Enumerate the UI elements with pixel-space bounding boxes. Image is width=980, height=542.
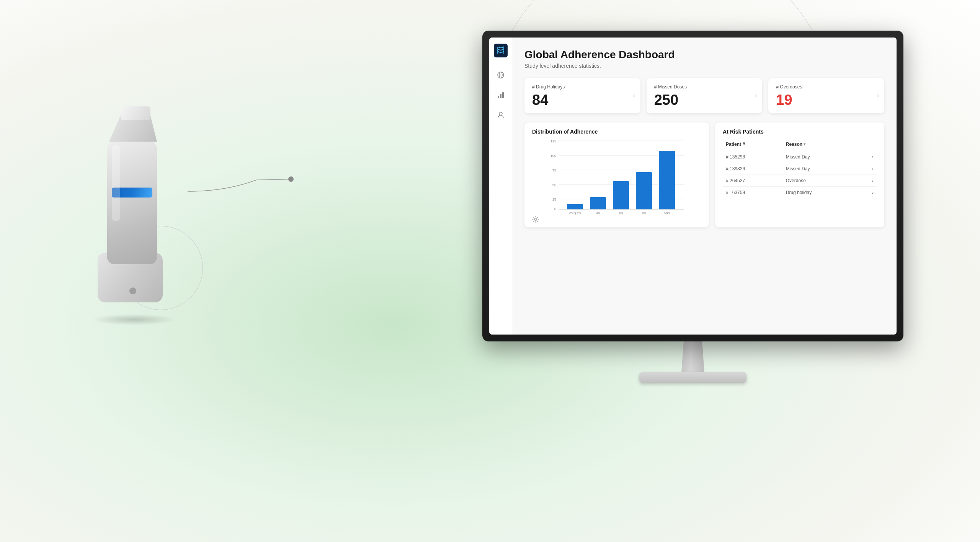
patient-id: # 264527 — [723, 175, 783, 186]
overdoses-value: 19 — [776, 93, 877, 107]
svg-rect-33 — [659, 151, 675, 209]
svg-rect-31 — [613, 181, 629, 209]
svg-rect-6 — [112, 145, 120, 221]
svg-rect-15 — [502, 92, 504, 98]
bar-chart: 125 100 75 50 25 0 — [532, 139, 701, 216]
drug-holidays-label: # Drug Holidays — [532, 84, 633, 90]
svg-rect-32 — [636, 172, 652, 209]
risk-table-row[interactable]: # 135298 Missed Day › — [723, 151, 877, 163]
patient-reason: Missed Day — [783, 163, 859, 175]
chart-title: Distribution of Adherence — [532, 129, 701, 135]
svg-rect-30 — [590, 197, 606, 209]
svg-rect-14 — [500, 94, 501, 98]
sidebar — [489, 38, 512, 335]
monitor-bezel: Global Adherence Dashboard Study level a… — [482, 31, 903, 341]
svg-text:80: 80 — [642, 211, 646, 215]
monitor-stand-neck — [681, 341, 704, 372]
sort-icon: ▾ — [804, 142, 805, 146]
monitor: Global Adherence Dashboard Study level a… — [482, 31, 903, 383]
risk-table: Patient # Reason ▾ — [723, 139, 877, 198]
patient-reason: Drug holiday — [783, 186, 859, 198]
patient-reason: Missed Day — [783, 151, 859, 163]
drug-holidays-chevron: › — [633, 92, 635, 99]
stat-card-drug-holidays[interactable]: # Drug Holidays 84 › — [524, 78, 640, 113]
svg-text:60: 60 — [619, 211, 623, 215]
patient-id: # 163759 — [723, 186, 783, 198]
svg-text:>90: >90 — [664, 211, 670, 215]
monitor-screen: Global Adherence Dashboard Study level a… — [489, 38, 897, 335]
svg-text:0: 0 — [554, 207, 556, 211]
reason-sort-button[interactable]: Reason ▾ — [786, 142, 805, 147]
missed-doses-value: 250 — [654, 93, 755, 107]
chart-settings-icon[interactable] — [532, 216, 540, 224]
svg-text:40: 40 — [596, 211, 600, 215]
missed-doses-chevron: › — [755, 92, 757, 99]
svg-rect-29 — [567, 204, 583, 209]
row-chevron: › — [859, 175, 877, 186]
bottom-panels: Distribution of Adherence 125 100 75 50 … — [524, 122, 884, 227]
svg-text:25: 25 — [552, 198, 556, 201]
row-chevron: › — [859, 163, 877, 175]
page-header: Global Adherence Dashboard Study level a… — [524, 48, 884, 69]
overdoses-label: # Overdoses — [776, 84, 877, 90]
risk-panel: At Risk Patients Patient # Reason ▾ — [715, 122, 884, 227]
main-content: Global Adherence Dashboard Study level a… — [512, 38, 897, 335]
col-header-reason[interactable]: Reason ▾ — [783, 139, 859, 151]
risk-table-row[interactable]: # 139826 Missed Day › — [723, 163, 877, 175]
patient-reason: Overdose — [783, 175, 859, 186]
svg-rect-13 — [498, 96, 499, 98]
chart-panel: Distribution of Adherence 125 100 75 50 … — [524, 122, 709, 227]
risk-table-row[interactable]: # 163759 Drug holiday › — [723, 186, 877, 198]
stat-card-missed-doses[interactable]: # Missed Doses 250 › — [647, 78, 763, 113]
drug-holidays-value: 84 — [532, 93, 633, 107]
risk-panel-title: At Risk Patients — [723, 129, 877, 135]
overdoses-chevron: › — [877, 92, 879, 99]
svg-text:50: 50 — [552, 183, 556, 187]
missed-doses-label: # Missed Doses — [654, 84, 755, 90]
col-header-patient: Patient # — [723, 139, 783, 151]
monitor-stand-base — [639, 372, 746, 383]
stat-card-overdoses[interactable]: # Overdoses 19 › — [768, 78, 884, 113]
risk-table-row[interactable]: # 264527 Overdose › — [723, 175, 877, 186]
app-logo[interactable] — [494, 44, 508, 57]
svg-text:125: 125 — [550, 139, 556, 143]
patient-id: # 135298 — [723, 151, 783, 163]
svg-point-16 — [499, 112, 502, 115]
svg-text:100: 100 — [550, 154, 556, 158]
svg-text:75: 75 — [552, 168, 556, 172]
sidebar-item-user[interactable] — [495, 109, 506, 120]
svg-text:{"<"} 20: {"<"} 20 — [569, 211, 581, 215]
svg-point-39 — [534, 218, 537, 220]
patient-id: # 139826 — [723, 163, 783, 175]
sidebar-item-globe[interactable] — [495, 70, 506, 80]
col-header-action — [859, 139, 877, 151]
chart-area: 125 100 75 50 25 0 — [532, 139, 701, 224]
svg-rect-3 — [121, 106, 150, 120]
page-subtitle: Study level adherence statistics. — [524, 63, 884, 69]
row-chevron: › — [859, 186, 877, 198]
inhaler-device — [77, 103, 199, 318]
stat-cards-row: # Drug Holidays 84 › # Missed Doses 250 … — [524, 78, 884, 113]
row-chevron: › — [859, 151, 877, 163]
sidebar-item-chart[interactable] — [495, 90, 506, 100]
svg-point-5 — [129, 287, 136, 294]
page-title: Global Adherence Dashboard — [524, 48, 884, 61]
